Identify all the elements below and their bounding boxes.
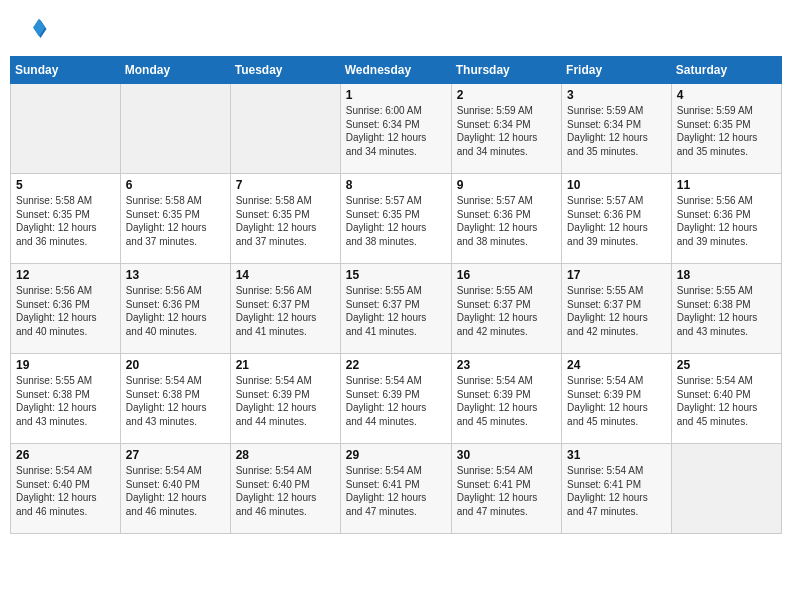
calendar-cell: 16Sunrise: 5:55 AM Sunset: 6:37 PM Dayli… [451, 264, 561, 354]
calendar-cell: 15Sunrise: 5:55 AM Sunset: 6:37 PM Dayli… [340, 264, 451, 354]
calendar-cell: 3Sunrise: 5:59 AM Sunset: 6:34 PM Daylig… [562, 84, 672, 174]
day-number: 3 [567, 88, 666, 102]
calendar-cell [671, 444, 781, 534]
day-info: Sunrise: 5:57 AM Sunset: 6:36 PM Dayligh… [567, 194, 666, 248]
calendar-cell: 21Sunrise: 5:54 AM Sunset: 6:39 PM Dayli… [230, 354, 340, 444]
weekday-header: Thursday [451, 57, 561, 84]
day-number: 12 [16, 268, 115, 282]
calendar-cell: 8Sunrise: 5:57 AM Sunset: 6:35 PM Daylig… [340, 174, 451, 264]
day-info: Sunrise: 5:56 AM Sunset: 6:36 PM Dayligh… [16, 284, 115, 338]
day-info: Sunrise: 5:57 AM Sunset: 6:35 PM Dayligh… [346, 194, 446, 248]
calendar-cell: 9Sunrise: 5:57 AM Sunset: 6:36 PM Daylig… [451, 174, 561, 264]
day-info: Sunrise: 5:54 AM Sunset: 6:39 PM Dayligh… [567, 374, 666, 428]
day-number: 24 [567, 358, 666, 372]
calendar-cell: 4Sunrise: 5:59 AM Sunset: 6:35 PM Daylig… [671, 84, 781, 174]
calendar-cell: 20Sunrise: 5:54 AM Sunset: 6:38 PM Dayli… [120, 354, 230, 444]
calendar-cell: 5Sunrise: 5:58 AM Sunset: 6:35 PM Daylig… [11, 174, 121, 264]
calendar-cell: 11Sunrise: 5:56 AM Sunset: 6:36 PM Dayli… [671, 174, 781, 264]
day-info: Sunrise: 5:55 AM Sunset: 6:38 PM Dayligh… [16, 374, 115, 428]
day-number: 31 [567, 448, 666, 462]
calendar-week-row: 12Sunrise: 5:56 AM Sunset: 6:36 PM Dayli… [11, 264, 782, 354]
day-number: 7 [236, 178, 335, 192]
calendar-cell: 18Sunrise: 5:55 AM Sunset: 6:38 PM Dayli… [671, 264, 781, 354]
calendar-cell: 6Sunrise: 5:58 AM Sunset: 6:35 PM Daylig… [120, 174, 230, 264]
day-info: Sunrise: 5:59 AM Sunset: 6:35 PM Dayligh… [677, 104, 776, 158]
day-info: Sunrise: 5:56 AM Sunset: 6:36 PM Dayligh… [677, 194, 776, 248]
calendar-cell: 2Sunrise: 5:59 AM Sunset: 6:34 PM Daylig… [451, 84, 561, 174]
day-info: Sunrise: 5:59 AM Sunset: 6:34 PM Dayligh… [457, 104, 556, 158]
calendar-cell: 13Sunrise: 5:56 AM Sunset: 6:36 PM Dayli… [120, 264, 230, 354]
day-info: Sunrise: 5:55 AM Sunset: 6:37 PM Dayligh… [346, 284, 446, 338]
day-number: 16 [457, 268, 556, 282]
day-info: Sunrise: 5:54 AM Sunset: 6:40 PM Dayligh… [126, 464, 225, 518]
calendar-cell: 7Sunrise: 5:58 AM Sunset: 6:35 PM Daylig… [230, 174, 340, 264]
weekday-row: SundayMondayTuesdayWednesdayThursdayFrid… [11, 57, 782, 84]
calendar-cell: 12Sunrise: 5:56 AM Sunset: 6:36 PM Dayli… [11, 264, 121, 354]
day-info: Sunrise: 5:54 AM Sunset: 6:40 PM Dayligh… [16, 464, 115, 518]
day-number: 27 [126, 448, 225, 462]
calendar-cell: 24Sunrise: 5:54 AM Sunset: 6:39 PM Dayli… [562, 354, 672, 444]
calendar-cell: 27Sunrise: 5:54 AM Sunset: 6:40 PM Dayli… [120, 444, 230, 534]
calendar-week-row: 1Sunrise: 6:00 AM Sunset: 6:34 PM Daylig… [11, 84, 782, 174]
day-info: Sunrise: 5:56 AM Sunset: 6:36 PM Dayligh… [126, 284, 225, 338]
weekday-header: Monday [120, 57, 230, 84]
weekday-header: Sunday [11, 57, 121, 84]
day-number: 28 [236, 448, 335, 462]
calendar-cell: 26Sunrise: 5:54 AM Sunset: 6:40 PM Dayli… [11, 444, 121, 534]
day-number: 2 [457, 88, 556, 102]
day-number: 6 [126, 178, 225, 192]
day-number: 25 [677, 358, 776, 372]
day-info: Sunrise: 5:54 AM Sunset: 6:40 PM Dayligh… [236, 464, 335, 518]
day-info: Sunrise: 5:55 AM Sunset: 6:37 PM Dayligh… [457, 284, 556, 338]
logo-icon [18, 14, 48, 44]
calendar-cell: 14Sunrise: 5:56 AM Sunset: 6:37 PM Dayli… [230, 264, 340, 354]
day-info: Sunrise: 5:54 AM Sunset: 6:40 PM Dayligh… [677, 374, 776, 428]
calendar-cell: 10Sunrise: 5:57 AM Sunset: 6:36 PM Dayli… [562, 174, 672, 264]
day-info: Sunrise: 5:54 AM Sunset: 6:39 PM Dayligh… [457, 374, 556, 428]
day-number: 5 [16, 178, 115, 192]
calendar-cell: 28Sunrise: 5:54 AM Sunset: 6:40 PM Dayli… [230, 444, 340, 534]
calendar-table: SundayMondayTuesdayWednesdayThursdayFrid… [10, 56, 782, 534]
calendar-header: SundayMondayTuesdayWednesdayThursdayFrid… [11, 57, 782, 84]
day-info: Sunrise: 5:57 AM Sunset: 6:36 PM Dayligh… [457, 194, 556, 248]
calendar-cell [120, 84, 230, 174]
day-number: 23 [457, 358, 556, 372]
day-number: 11 [677, 178, 776, 192]
day-number: 19 [16, 358, 115, 372]
calendar-week-row: 26Sunrise: 5:54 AM Sunset: 6:40 PM Dayli… [11, 444, 782, 534]
day-number: 1 [346, 88, 446, 102]
page-header [10, 10, 782, 48]
weekday-header: Friday [562, 57, 672, 84]
day-number: 8 [346, 178, 446, 192]
calendar-cell: 31Sunrise: 5:54 AM Sunset: 6:41 PM Dayli… [562, 444, 672, 534]
calendar-cell: 25Sunrise: 5:54 AM Sunset: 6:40 PM Dayli… [671, 354, 781, 444]
day-number: 13 [126, 268, 225, 282]
day-number: 15 [346, 268, 446, 282]
calendar-cell: 23Sunrise: 5:54 AM Sunset: 6:39 PM Dayli… [451, 354, 561, 444]
day-number: 17 [567, 268, 666, 282]
calendar-cell: 29Sunrise: 5:54 AM Sunset: 6:41 PM Dayli… [340, 444, 451, 534]
calendar-week-row: 19Sunrise: 5:55 AM Sunset: 6:38 PM Dayli… [11, 354, 782, 444]
day-info: Sunrise: 5:54 AM Sunset: 6:41 PM Dayligh… [567, 464, 666, 518]
day-info: Sunrise: 5:56 AM Sunset: 6:37 PM Dayligh… [236, 284, 335, 338]
calendar-cell: 19Sunrise: 5:55 AM Sunset: 6:38 PM Dayli… [11, 354, 121, 444]
weekday-header: Tuesday [230, 57, 340, 84]
day-number: 29 [346, 448, 446, 462]
day-info: Sunrise: 5:54 AM Sunset: 6:41 PM Dayligh… [346, 464, 446, 518]
calendar-cell: 17Sunrise: 5:55 AM Sunset: 6:37 PM Dayli… [562, 264, 672, 354]
weekday-header: Wednesday [340, 57, 451, 84]
calendar-cell: 22Sunrise: 5:54 AM Sunset: 6:39 PM Dayli… [340, 354, 451, 444]
day-info: Sunrise: 5:58 AM Sunset: 6:35 PM Dayligh… [16, 194, 115, 248]
logo [18, 14, 52, 44]
day-info: Sunrise: 5:54 AM Sunset: 6:39 PM Dayligh… [346, 374, 446, 428]
day-info: Sunrise: 5:55 AM Sunset: 6:37 PM Dayligh… [567, 284, 666, 338]
day-info: Sunrise: 5:58 AM Sunset: 6:35 PM Dayligh… [126, 194, 225, 248]
day-info: Sunrise: 6:00 AM Sunset: 6:34 PM Dayligh… [346, 104, 446, 158]
day-number: 4 [677, 88, 776, 102]
calendar-body: 1Sunrise: 6:00 AM Sunset: 6:34 PM Daylig… [11, 84, 782, 534]
calendar-cell: 1Sunrise: 6:00 AM Sunset: 6:34 PM Daylig… [340, 84, 451, 174]
day-number: 26 [16, 448, 115, 462]
day-info: Sunrise: 5:58 AM Sunset: 6:35 PM Dayligh… [236, 194, 335, 248]
day-number: 22 [346, 358, 446, 372]
day-number: 9 [457, 178, 556, 192]
